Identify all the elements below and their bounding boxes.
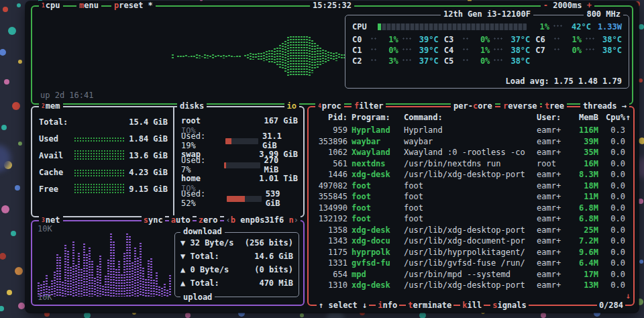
cpu-meter-fill <box>378 23 381 30</box>
net-sync-toggle[interactable]: sync <box>142 215 165 225</box>
header-command[interactable]: Command: <box>404 113 533 122</box>
process-program: xdg-desk <box>352 225 400 236</box>
process-row[interactable]: 1062 Xwayland Xwayland :0 -rootless -co … <box>314 147 625 158</box>
upload-title: upload <box>180 293 215 303</box>
net-io-box: download upload ▼ 32 Byte/s (256 bits) ▼… <box>174 232 299 297</box>
process-row[interactable]: 561 nextdns /usr/bin/nextdns run root 16… <box>314 158 625 170</box>
process-user: eamr+ <box>537 147 566 158</box>
process-cpu: 0.0 <box>602 136 625 148</box>
process-mem: 17M <box>570 269 598 280</box>
process-row[interactable]: 1343 xdg-docu /usr/lib/xdg-document-por … <box>314 235 625 247</box>
process-mem: 16M <box>570 158 598 170</box>
proc-box-title: 4proc <box>315 101 344 111</box>
process-row[interactable]: 959 Hyprland Hyprland eamr+ 116M 0.3 <box>314 125 625 136</box>
core-meter <box>553 37 561 41</box>
core-temperature: 38°C <box>598 35 622 44</box>
process-row[interactable]: 654 mpd /usr/bin/mpd --systemd eamr+ 17M… <box>314 269 625 280</box>
process-command: /usr/lib/xdg-desktop-port <box>404 169 533 180</box>
net-io-row: ▲ 0 Byte/s (0 bits) <box>180 265 293 278</box>
core-percent: 0% <box>472 35 490 44</box>
process-row[interactable]: 355845 foot foot eamr+ 11M 0.0 <box>314 191 625 203</box>
mem-row-label: Free <box>39 184 70 194</box>
net-zero-toggle[interactable]: zero <box>197 215 220 225</box>
kill-button[interactable]: kill <box>460 301 484 311</box>
reverse-toggle[interactable]: reverse <box>500 101 540 111</box>
net-io-value: (0 bits) <box>254 265 293 278</box>
disk-used-label: Used: 52% <box>181 189 223 208</box>
process-user: eamr+ <box>537 213 566 225</box>
direction-arrow-icon: ▼ <box>180 238 185 248</box>
header-pid[interactable]: Pid: <box>314 113 347 122</box>
disk-used-value: 31.1 GiB <box>262 131 298 150</box>
disks-pane: root167 GiB IO% Used: 19% 31.1 GiB swap3… <box>174 114 303 213</box>
mem-row-value: 9.15 GiB <box>129 184 168 194</box>
mem-row-label: Cache <box>39 168 70 177</box>
mem-row: Used 1.84 GiB <box>39 129 168 146</box>
process-row[interactable]: 1175 hyprpolk /usr/lib/hyprpolkitagent/ … <box>314 247 625 258</box>
sort-direction-icon[interactable]: ↑ <box>626 113 631 122</box>
process-row[interactable]: 134990 foot foot eamr+ 6.8M 0.0 <box>314 203 625 214</box>
mem-total-value: 15.4 GiB <box>129 117 168 127</box>
header-program[interactable]: Program: <box>352 113 400 122</box>
core-meter <box>370 37 378 41</box>
process-row[interactable]: 132192 foot foot eamr+ 6.8M 0.0 <box>314 213 625 225</box>
select-control[interactable]: ↑ select ↓ <box>317 301 369 311</box>
per-core-toggle[interactable]: per-core <box>451 101 495 111</box>
core-row: C1 0% 39°C <box>352 45 439 56</box>
core-percent: 0% <box>381 46 398 55</box>
process-user: eamr+ <box>537 269 566 280</box>
process-program: foot <box>352 191 400 203</box>
header-cpu[interactable]: Cpu% <box>602 113 625 122</box>
cpu-box: 1cpu menu preset * 15:25:32 - 2000ms + u… <box>31 5 633 105</box>
process-mem: 39M <box>570 136 598 148</box>
process-program: waybar <box>352 136 400 148</box>
process-row[interactable]: 1446 xdg-desk /usr/lib/xdg-desktop-port … <box>314 169 625 180</box>
tree-toggle[interactable]: tree <box>542 101 567 111</box>
process-command: /usr/lib/hyprpolkitagent/ <box>404 247 533 258</box>
memory-pane: Total: 15.4 GiB Used 1.84 GiB Avail 1 <box>32 115 173 196</box>
menu-button[interactable]: menu <box>76 1 101 11</box>
mem-mini-graph <box>74 169 125 176</box>
cpu-wattage: 1.33W <box>591 22 622 32</box>
process-row[interactable]: 1331 gvfsd-fu /usr/lib/gvfsd-fuse /run/ … <box>314 258 625 269</box>
process-mem: 7.2M <box>570 235 598 247</box>
net-interface-switcher[interactable]: ‹b enp0s31f6 n› <box>224 215 301 225</box>
core-name: C0 <box>352 35 367 44</box>
network-traffic-graph <box>38 231 174 297</box>
process-program: Hyprland <box>352 125 400 136</box>
process-row[interactable]: 1358 xdg-desk /usr/lib/xdg-desktop-port … <box>314 225 625 236</box>
core-grid: C0 1% 39°C C1 0% 39°C <box>352 34 622 66</box>
process-row[interactable]: 497082 foot foot eamr+ 18M 0.0 <box>314 180 625 192</box>
filter-button[interactable]: filter <box>352 101 386 111</box>
dotted-spacer <box>553 24 562 28</box>
core-name: C5 <box>444 56 459 66</box>
process-row[interactable]: 1310 xdg-desk /usr/lib/xdg-desktop-port … <box>314 280 625 291</box>
net-controls: sync auto zero ‹b enp0s31f6 n› <box>142 215 301 225</box>
process-cpu: 0.0 <box>602 258 625 269</box>
process-program: foot <box>352 213 400 225</box>
preset-button[interactable]: preset * <box>111 1 156 11</box>
process-cpu: 0.0 <box>602 169 625 180</box>
process-program: foot <box>352 180 400 192</box>
threads-toggle[interactable]: threads → <box>580 101 629 111</box>
header-mem[interactable]: MemB <box>570 113 598 122</box>
load-average: Load avg: 1.75 1.48 1.79 <box>506 76 622 86</box>
process-user: root <box>537 158 566 170</box>
terminate-button[interactable]: terminate <box>406 301 453 311</box>
info-button[interactable]: info <box>376 301 399 311</box>
dotted-spacer <box>402 37 411 41</box>
header-user[interactable]: User: <box>537 113 566 122</box>
scroll-down-icon[interactable]: ↓ <box>626 291 631 301</box>
direction-arrow-icon: ▲ <box>180 265 185 274</box>
disks-io-toggle[interactable]: io <box>284 101 299 111</box>
net-auto-toggle[interactable]: auto <box>169 215 193 225</box>
disk-used-value: 270 MiB <box>264 156 298 174</box>
process-cpu: 0.0 <box>602 269 625 280</box>
dotted-spacer <box>493 48 502 52</box>
signals-button[interactable]: signals <box>490 301 529 311</box>
process-row[interactable]: 353896 waybar waybar eamr+ 39M 0.0 <box>314 136 625 148</box>
download-title: download <box>180 227 225 237</box>
net-box: 3net sync auto zero ‹b enp0s31f6 n› 10K … <box>31 220 305 306</box>
process-cpu: 0.0 <box>602 247 625 258</box>
core-percent: 1% <box>564 35 582 44</box>
